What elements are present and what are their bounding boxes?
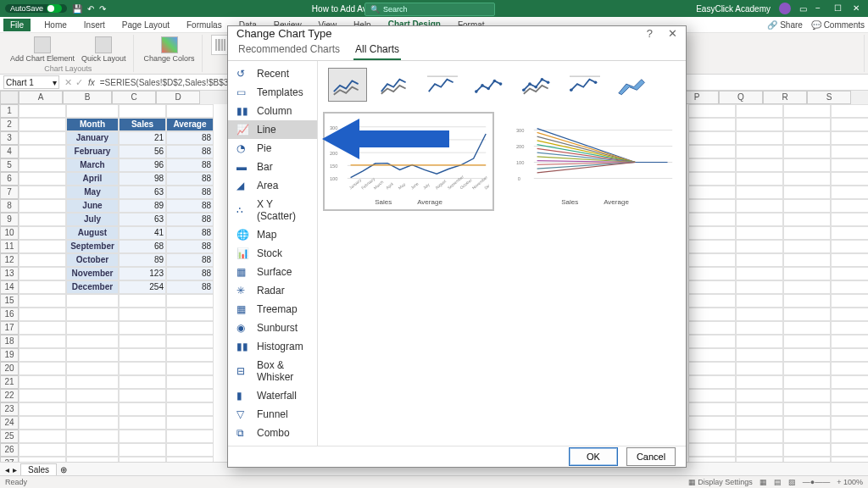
view-layout-icon[interactable]: ▤ — [774, 478, 782, 486]
chart-category-radar[interactable]: ✳Radar — [228, 281, 317, 300]
chart-category-combo[interactable]: ⧉Combo — [228, 424, 317, 442]
row-header[interactable]: 22 — [0, 389, 19, 402]
row-header[interactable]: 19 — [0, 348, 19, 362]
row-header[interactable]: 25 — [0, 430, 19, 443]
menu-formulas[interactable]: Formulas — [183, 19, 225, 31]
save-icon[interactable]: 💾 — [72, 4, 82, 14]
dialog-help-icon[interactable]: ? — [647, 27, 653, 40]
cancel-button[interactable]: Cancel — [626, 447, 676, 466]
zoom-slider[interactable]: —●—— — [803, 478, 830, 486]
chart-category-surface[interactable]: ▦Surface — [228, 263, 317, 281]
row-header[interactable]: 17 — [0, 321, 19, 335]
ribbon-mode-icon[interactable]: ▭ — [799, 4, 807, 14]
tab-all-charts[interactable]: All Charts — [353, 40, 401, 60]
tab-recommended-charts[interactable]: Recommended Charts — [236, 40, 342, 60]
ok-button[interactable]: OK — [569, 447, 618, 466]
row-header[interactable]: 3 — [0, 131, 19, 145]
col-d[interactable]: D — [156, 91, 200, 104]
chart-category-funnel[interactable]: ▽Funnel — [228, 405, 317, 424]
chart-category-map[interactable]: 🌐Map — [228, 225, 317, 244]
sheet-tab-sales[interactable]: Sales — [20, 463, 57, 475]
row-header[interactable]: 13 — [0, 267, 19, 280]
menu-page-layout[interactable]: Page Layout — [119, 19, 173, 31]
row-header[interactable]: 8 — [0, 199, 19, 213]
undo-icon[interactable]: ↶ — [87, 4, 94, 14]
maximize-icon[interactable]: ☐ — [834, 3, 844, 14]
col-r[interactable]: R — [763, 91, 807, 104]
row-header[interactable]: 14 — [0, 280, 19, 294]
chart-category-x-y-scatter-[interactable]: ∴X Y (Scatter) — [228, 195, 317, 225]
minimize-icon[interactable]: − — [815, 3, 826, 14]
row-header[interactable]: 20 — [0, 362, 19, 375]
col-s[interactable]: S — [807, 91, 851, 104]
row-header[interactable]: 7 — [0, 186, 19, 199]
accept-formula-icon[interactable]: ✓ — [74, 77, 85, 88]
row-header[interactable]: 24 — [0, 416, 19, 430]
account-avatar-icon[interactable] — [779, 3, 791, 14]
close-icon[interactable]: ✕ — [853, 3, 863, 14]
chart-category-templates[interactable]: ▭Templates — [228, 83, 317, 102]
preview-chart-1[interactable]: 300250200150100 JanuaryFebruaryMarchApri… — [328, 117, 489, 206]
col-b[interactable]: B — [63, 91, 112, 104]
quick-layout-button[interactable]: Quick Layout — [80, 35, 128, 64]
col-q[interactable]: Q — [719, 91, 763, 104]
zoom-level[interactable]: + 100% — [837, 478, 863, 486]
chart-category-histogram[interactable]: ▮▮Histogram — [228, 337, 317, 356]
subtype-100-stacked-line[interactable] — [423, 68, 462, 102]
row-header[interactable]: 2 — [0, 118, 19, 131]
chart-category-pie[interactable]: ◔Pie — [228, 139, 317, 158]
fx-icon[interactable]: fx — [85, 78, 98, 87]
preview-chart-2[interactable]: 3002001000 SalesAverage — [515, 117, 676, 206]
cancel-formula-icon[interactable]: ✕ — [63, 77, 74, 88]
add-chart-element-button[interactable]: Add Chart Element — [8, 35, 76, 64]
col-a[interactable]: A — [19, 91, 63, 104]
row-header[interactable]: 11 — [0, 240, 19, 253]
chart-category-bar[interactable]: ▬Bar — [228, 158, 317, 176]
subtype-3d-line[interactable] — [613, 68, 652, 102]
subtype-stacked-line[interactable] — [376, 68, 415, 102]
subtype-line-markers[interactable] — [470, 68, 509, 102]
row-header[interactable]: 6 — [0, 172, 19, 186]
menu-home[interactable]: Home — [41, 19, 70, 31]
row-header[interactable]: 18 — [0, 335, 19, 348]
view-normal-icon[interactable]: ▦ — [760, 478, 767, 486]
row-header[interactable]: 15 — [0, 294, 19, 308]
chart-category-waterfall[interactable]: ▮Waterfall — [228, 386, 317, 405]
redo-icon[interactable]: ↷ — [99, 4, 106, 14]
select-all-corner[interactable] — [0, 91, 19, 104]
chart-category-column[interactable]: ▮▮Column — [228, 102, 317, 120]
menu-insert[interactable]: Insert — [81, 19, 108, 31]
col-c[interactable]: C — [112, 91, 156, 104]
row-header[interactable]: 21 — [0, 375, 19, 389]
view-break-icon[interactable]: ▧ — [788, 478, 796, 486]
sheet-nav-first-icon[interactable]: ◂ — [5, 465, 9, 474]
dialog-close-icon[interactable]: ✕ — [668, 27, 677, 40]
chart-category-box-whisker[interactable]: ⊟Box & Whisker — [228, 356, 317, 386]
name-box[interactable]: Chart 1 ▾ — [3, 75, 59, 89]
row-header[interactable]: 16 — [0, 308, 19, 321]
share-button[interactable]: 🔗 Share — [767, 20, 802, 30]
display-settings[interactable]: ▦ Display Settings — [688, 478, 753, 486]
autosave-toggle[interactable]: AutoSave — [5, 4, 67, 13]
row-header[interactable]: 12 — [0, 253, 19, 267]
row-header[interactable]: 4 — [0, 145, 19, 158]
chart-category-recent[interactable]: ↺Recent — [228, 64, 317, 83]
row-header[interactable]: 23 — [0, 402, 19, 416]
change-colors-button[interactable]: Change Colors — [142, 35, 197, 64]
menu-file[interactable]: File — [3, 19, 31, 31]
add-sheet-icon[interactable]: ⊕ — [60, 465, 67, 474]
chart-category-sunburst[interactable]: ◉Sunburst — [228, 319, 317, 337]
account-name[interactable]: EasyClick Academy — [696, 4, 771, 14]
row-header[interactable]: 10 — [0, 226, 19, 240]
row-header[interactable]: 1 — [0, 104, 19, 118]
chart-category-line[interactable]: 📈Line — [228, 120, 317, 139]
search-box[interactable]: 🔍 Search — [364, 3, 495, 16]
comments-button[interactable]: 💬 Comments — [811, 20, 865, 30]
sheet-nav-prev-icon[interactable]: ▸ — [13, 465, 17, 474]
row-header[interactable]: 26 — [0, 443, 19, 457]
subtype-line[interactable] — [328, 68, 367, 102]
chart-category-treemap[interactable]: ▦Treemap — [228, 300, 317, 319]
chart-category-stock[interactable]: 📊Stock — [228, 244, 317, 263]
row-header[interactable]: 9 — [0, 213, 19, 226]
subtype-100-stacked-line-markers[interactable] — [565, 68, 604, 102]
